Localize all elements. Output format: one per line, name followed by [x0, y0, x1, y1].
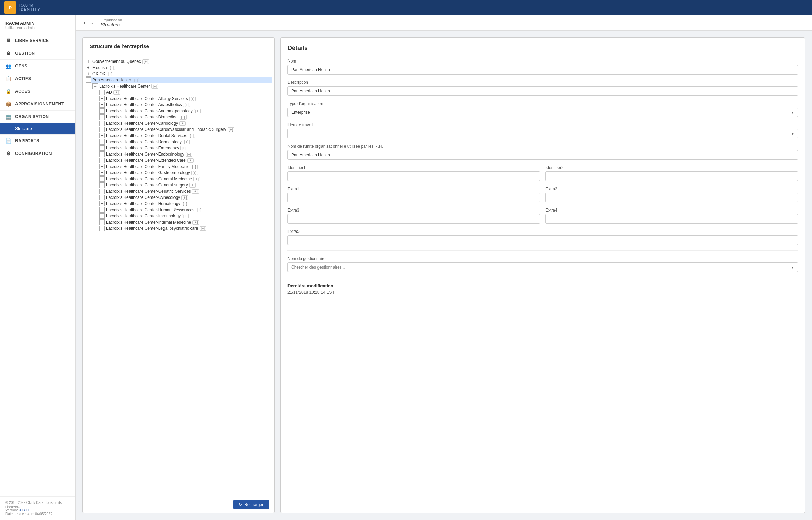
- tree-row[interactable]: +Medusa[+]: [86, 65, 272, 71]
- tree-toggle[interactable]: +: [99, 145, 105, 151]
- tree-row[interactable]: +Lacroix's Healthcare Center-Dental Serv…: [99, 133, 272, 139]
- tree-toggle[interactable]: +: [99, 189, 105, 194]
- tree-node-label: Lacroix's Healthcare Center-Extended Car…: [106, 158, 186, 163]
- report-icon: 📄: [5, 138, 12, 144]
- breadcrumb-down-btn[interactable]: ⌄: [88, 19, 95, 26]
- tree-toggle[interactable]: +: [86, 65, 91, 70]
- sidebar-item-acces[interactable]: 🔒 ACCÈS: [0, 85, 75, 98]
- tree-toggle[interactable]: +: [99, 219, 105, 225]
- tree-toggle[interactable]: +: [99, 133, 105, 138]
- tree-row[interactable]: −Pan American Health[+]: [86, 77, 272, 83]
- gestionnaire-input[interactable]: [287, 262, 798, 272]
- version-link[interactable]: 3.14.0: [19, 508, 29, 512]
- tree-row[interactable]: +OKIOK[+]: [86, 71, 272, 77]
- extra1-input[interactable]: [287, 193, 540, 202]
- tree-row[interactable]: +Lacroix's Healthcare Center-Dermatology…: [99, 139, 272, 145]
- sidebar-item-actifs[interactable]: 📋 ACTIFS: [0, 72, 75, 85]
- tree-row[interactable]: +Lacroix's Healthcare Center-Allergy Ser…: [99, 95, 272, 102]
- form-group-type-org: Type d'organisation Enterprise: [287, 101, 798, 117]
- tree-row[interactable]: +Lacroix's Healthcare Center-General Med…: [99, 176, 272, 182]
- sidebar-item-libre-service[interactable]: 🖥 LIBRE SERVICE: [0, 34, 75, 47]
- tree-row[interactable]: +Lacroix's Healthcare Center-Legal psych…: [99, 225, 272, 231]
- tree-toggle[interactable]: +: [99, 164, 105, 169]
- tree-row[interactable]: +Lacroix's Healthcare Center-General sur…: [99, 182, 272, 188]
- tree-toggle[interactable]: +: [99, 158, 105, 163]
- tree-toggle[interactable]: +: [86, 71, 91, 77]
- breadcrumb-back-btn[interactable]: ‹: [82, 19, 87, 26]
- tree-toggle[interactable]: +: [99, 108, 105, 114]
- tree-row[interactable]: +Lacroix's Healthcare Center-Cardiology[…: [99, 120, 272, 126]
- tree-toggle[interactable]: +: [99, 139, 105, 145]
- form-group-gestionnaire: Nom du gestionnaire: [287, 256, 798, 272]
- tree-toggle[interactable]: +: [99, 226, 105, 231]
- nom-label: Nom: [287, 59, 798, 64]
- tree-row[interactable]: +Lacroix's Healthcare Center-Geriatric S…: [99, 188, 272, 194]
- tree-toggle[interactable]: +: [99, 121, 105, 126]
- tree-node-tag: [+]: [107, 72, 113, 76]
- extra5-input[interactable]: [287, 235, 798, 245]
- nom-unite-input[interactable]: [287, 150, 798, 160]
- tree-toggle[interactable]: +: [99, 90, 105, 95]
- tree-toggle[interactable]: +: [99, 182, 105, 188]
- tree-row[interactable]: +Lacroix's Healthcare Center-Family Mede…: [99, 163, 272, 170]
- reload-button[interactable]: ↻ Recharger: [233, 500, 269, 509]
- tree-toggle[interactable]: +: [99, 201, 105, 206]
- tree-toggle[interactable]: +: [99, 102, 105, 108]
- tree-toggle[interactable]: +: [99, 213, 105, 219]
- tree-row[interactable]: +Lacroix's Healthcare Center-Gastroenter…: [99, 170, 272, 176]
- identifier2-input[interactable]: [545, 171, 798, 181]
- tree-toggle[interactable]: +: [99, 127, 105, 132]
- tree-toggle[interactable]: −: [86, 77, 91, 83]
- tree-row[interactable]: +Lacroix's Healthcare Center-Human Resso…: [99, 207, 272, 213]
- tree-row[interactable]: +Lacroix's Healthcare Center-Biomedical[…: [99, 114, 272, 120]
- sidebar-item-structure[interactable]: Structure: [0, 123, 75, 135]
- tree-toggle[interactable]: +: [99, 114, 105, 120]
- tree-row[interactable]: −Lacroix's Healthcare Center[+]: [92, 83, 272, 89]
- tree-toggle[interactable]: +: [99, 176, 105, 182]
- tree-node-label: Lacroix's Healthcare Center-Anaesthetics: [106, 102, 182, 107]
- config-icon: ⚙: [5, 151, 12, 156]
- tree-row[interactable]: +Gouvernement du Québec[+]: [86, 58, 272, 65]
- extra2-input[interactable]: [545, 193, 798, 202]
- tree-toggle[interactable]: −: [92, 83, 98, 89]
- sidebar-item-rapports[interactable]: 📄 RAPPORTS: [0, 135, 75, 147]
- user-name: RACM ADMIN: [5, 21, 70, 26]
- tree-row[interactable]: +AD[+]: [99, 89, 272, 95]
- tree-row[interactable]: +Lacroix's Healthcare Center-Extended Ca…: [99, 157, 272, 163]
- extra3-input[interactable]: [287, 214, 540, 224]
- nom-input[interactable]: [287, 65, 798, 75]
- tree-row[interactable]: +Lacroix's Healthcare Center-Internal Me…: [99, 219, 272, 225]
- sidebar-item-gens[interactable]: 👥 GENS: [0, 60, 75, 72]
- tree-toggle[interactable]: +: [86, 59, 91, 64]
- tree-row[interactable]: +Lacroix's Healthcare Center-Anaesthetic…: [99, 102, 272, 108]
- tree-row[interactable]: +Lacroix's Healthcare Center-Anatomopath…: [99, 108, 272, 114]
- lieu-select[interactable]: [287, 129, 798, 138]
- type-org-select[interactable]: Enterprise: [287, 108, 798, 117]
- sidebar-item-organisation[interactable]: 🏢 ORGANISATION: [0, 111, 75, 123]
- tree-node-tag: [+]: [193, 177, 200, 181]
- form-group-extra2: Extra2: [545, 186, 798, 202]
- extra4-input[interactable]: [545, 214, 798, 224]
- reload-icon: ↻: [239, 502, 242, 507]
- sidebar-item-approvisionnement[interactable]: 📦 APPROVISIONNEMENT: [0, 98, 75, 111]
- sidebar-item-configuration[interactable]: ⚙ CONFIGURATION: [0, 147, 75, 160]
- sidebar-item-gestion[interactable]: ⚙ GESTION: [0, 47, 75, 60]
- tree-toggle[interactable]: +: [99, 151, 105, 157]
- details-title: Détails: [287, 45, 798, 52]
- tree-row[interactable]: +Lacroix's Healthcare Center-Emergency[+…: [99, 145, 272, 151]
- identifier1-input[interactable]: [287, 171, 540, 181]
- tree-toggle[interactable]: +: [99, 195, 105, 200]
- tree-row[interactable]: +Lacroix's Healthcare Center-Hematology[…: [99, 201, 272, 207]
- tree-toggle[interactable]: +: [99, 96, 105, 101]
- tree-panel-body[interactable]: +Gouvernement du Québec[+]+Medusa[+]+OKI…: [83, 55, 274, 496]
- description-input[interactable]: [287, 86, 798, 96]
- sidebar: RACM ADMIN Utilisateur: admin 🖥 LIBRE SE…: [0, 15, 76, 520]
- tree-node-label: Medusa: [92, 65, 107, 70]
- tree-row[interactable]: +Lacroix's Healthcare Center-Endocrinolo…: [99, 151, 272, 157]
- tree-row[interactable]: +Lacroix's Healthcare Center-Immunology[…: [99, 213, 272, 219]
- tree-row[interactable]: +Lacroix's Healthcare Center-Gynecology[…: [99, 194, 272, 201]
- tree-toggle[interactable]: +: [99, 207, 105, 213]
- tree-row[interactable]: +Lacroix's Healthcare Center-Cardiovascu…: [99, 126, 272, 133]
- tree-toggle[interactable]: +: [99, 170, 105, 176]
- form-group-nom-unite: Nom de l'unité organisationnelle utilisé…: [287, 144, 798, 160]
